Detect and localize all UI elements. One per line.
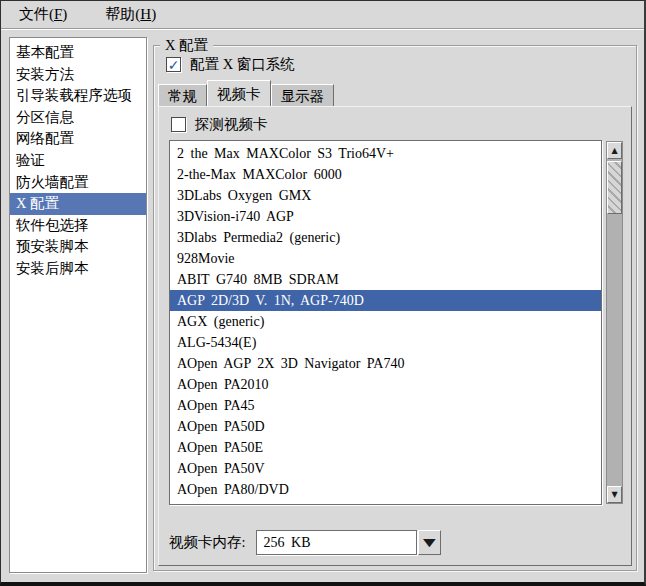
tab-monitor[interactable]: 显示器 xyxy=(271,84,335,106)
probe-video-card-checkbox[interactable]: 探测视频卡 xyxy=(171,115,268,134)
list-item[interactable]: AOpen PA2010 xyxy=(170,374,601,395)
combo-dropdown-button[interactable]: ▼ xyxy=(418,530,441,555)
video-memory-row: 视频卡内存: 256 KB ▼ xyxy=(169,529,441,555)
video-memory-combobox[interactable]: 256 KB ▼ xyxy=(256,530,441,555)
list-item[interactable]: AGX (generic) xyxy=(170,311,601,332)
list-item[interactable]: AGP 2D/3D V. 1N, AGP-740D xyxy=(170,290,601,311)
sidebar-item[interactable]: 引导装载程序选项 xyxy=(10,85,146,107)
video-memory-label: 视频卡内存: xyxy=(169,533,246,552)
list-item[interactable]: 2 the Max MAXColor S3 Trio64V+ xyxy=(170,143,601,164)
menu-file[interactable]: 文件(F) xyxy=(13,3,73,26)
frame-title: X 配置 xyxy=(160,36,213,55)
sidebar-item[interactable]: 分区信息 xyxy=(10,107,146,129)
video-card-tab-page: 探测视频卡 2 the Max MAXColor S3 Trio64V+2-th… xyxy=(158,106,632,566)
video-memory-value[interactable]: 256 KB xyxy=(256,530,417,555)
sidebar-item[interactable]: 网络配置 xyxy=(10,128,146,150)
tab-general[interactable]: 常规 xyxy=(158,84,207,106)
sidebar-item[interactable]: 安装方法 xyxy=(10,64,146,86)
kickstart-configurator-window: 文件(F) 帮助(H) 基本配置安装方法引导装载程序选项分区信息网络配置验证防火… xyxy=(0,0,646,586)
list-item[interactable]: AOpen AGP 2X 3D Navigator PA740 xyxy=(170,353,601,374)
list-item[interactable]: AOpen PA80/DVD xyxy=(170,479,601,500)
menu-bar: 文件(F) 帮助(H) xyxy=(1,1,644,28)
menu-file-label-close: ) xyxy=(62,6,67,22)
category-sidebar: 基本配置安装方法引导装载程序选项分区信息网络配置验证防火墙配置X 配置软件包选择… xyxy=(9,37,147,573)
tab-bar: 常规视频卡显示器 xyxy=(158,80,334,106)
scroll-up-icon: ▲ xyxy=(611,146,617,155)
list-item[interactable]: 3Dlabs Permedia2 (generic) xyxy=(170,227,601,248)
list-item[interactable]: 3DLabs Oxygen GMX xyxy=(170,185,601,206)
checkbox-probe-box[interactable] xyxy=(171,117,186,132)
probe-video-card-label: 探测视频卡 xyxy=(195,115,268,134)
video-card-list-area: 2 the Max MAXColor S3 Trio64V+2-the-Max … xyxy=(169,140,623,505)
list-item[interactable]: AOpen PG128 xyxy=(170,500,601,505)
menu-separator xyxy=(1,28,644,30)
list-item[interactable]: 3DVision-i740 AGP xyxy=(170,206,601,227)
tab-video-card[interactable]: 视频卡 xyxy=(207,80,271,106)
menu-help-label-close: ) xyxy=(151,6,156,22)
sidebar-item[interactable]: 基本配置 xyxy=(10,42,146,64)
scroll-down-icon: ▼ xyxy=(611,490,617,499)
menu-help-mnemonic: H xyxy=(140,6,151,22)
video-card-list: 2 the Max MAXColor S3 Trio64V+2-the-Max … xyxy=(169,140,602,505)
chevron-down-icon: ▼ xyxy=(423,536,436,549)
list-item[interactable]: AOpen PA50E xyxy=(170,437,601,458)
menu-file-label: 文件( xyxy=(19,6,54,22)
x-config-frame: X 配置 ✓ 配置 X 窗口系统 常规视频卡显示器 探测视频卡 2 the Ma… xyxy=(153,45,637,571)
vertical-scrollbar[interactable]: ▲ ▼ xyxy=(606,141,623,504)
list-item[interactable]: 928Movie xyxy=(170,248,601,269)
sidebar-item[interactable]: 预安装脚本 xyxy=(10,236,146,258)
scroll-up-button[interactable]: ▲ xyxy=(607,142,622,159)
list-item[interactable]: AOpen PA50V xyxy=(170,458,601,479)
list-item[interactable]: AOpen PA50D xyxy=(170,416,601,437)
configure-x-label: 配置 X 窗口系统 xyxy=(190,55,295,74)
sidebar-item[interactable]: 验证 xyxy=(10,150,146,172)
scroll-down-button[interactable]: ▼ xyxy=(607,486,622,503)
menu-help[interactable]: 帮助(H) xyxy=(99,3,162,26)
checkbox-check-icon[interactable]: ✓ xyxy=(166,57,181,72)
list-item[interactable]: 2-the-Max MAXColor 6000 xyxy=(170,164,601,185)
configure-x-checkbox[interactable]: ✓ 配置 X 窗口系统 xyxy=(166,55,295,74)
list-item[interactable]: ABIT G740 8MB SDRAM xyxy=(170,269,601,290)
menu-help-label: 帮助( xyxy=(105,6,140,22)
sidebar-item[interactable]: X 配置 xyxy=(10,193,146,215)
sidebar-item[interactable]: 安装后脚本 xyxy=(10,258,146,280)
sidebar-item[interactable]: 软件包选择 xyxy=(10,215,146,237)
check-icon: ✓ xyxy=(168,58,180,72)
list-item[interactable]: ALG-5434(E) xyxy=(170,332,601,353)
sidebar-item[interactable]: 防火墙配置 xyxy=(10,172,146,194)
scrollbar-thumb[interactable] xyxy=(607,161,622,214)
list-item[interactable]: AOpen PA45 xyxy=(170,395,601,416)
